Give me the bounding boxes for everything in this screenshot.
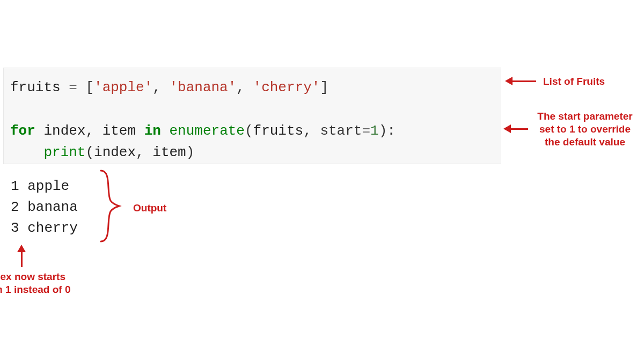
token-func: enumerate (170, 123, 245, 139)
token-paren: ) (186, 144, 195, 160)
token-var: index (43, 123, 85, 139)
annotation-start-label: The start parameter set to 1 to override… (531, 110, 639, 148)
token-comma: , (236, 79, 245, 95)
program-output: 1 apple 2 banana 3 cherry (11, 176, 78, 239)
token-paren: ( (85, 144, 94, 160)
token-var: item (103, 123, 136, 139)
arrow-line (511, 128, 528, 130)
token-comma: , (152, 79, 161, 95)
output-line: 2 banana (11, 197, 78, 218)
token-kwarg: start (320, 123, 362, 139)
token-var: item (152, 144, 186, 160)
token-operator: = (69, 79, 77, 95)
token-comma: , (85, 123, 94, 139)
token-var: fruits (10, 79, 61, 95)
token-string: 'apple' (94, 79, 152, 95)
token-string: 'banana' (170, 79, 237, 95)
code-line-blank (10, 98, 494, 120)
annotation-index-label: Index now starts from 1 instead of 0 (0, 270, 71, 296)
code-line-1: fruits = ['apple', 'banana', 'cherry'] (10, 77, 494, 98)
token-keyword: in (144, 123, 161, 139)
token-comma: , (136, 144, 144, 160)
arrow-left-icon (503, 124, 511, 133)
token-paren: ( (245, 123, 253, 139)
brace-icon (98, 168, 125, 244)
python-code-block: fruits = ['apple', 'banana', 'cherry'] f… (3, 68, 501, 164)
output-line: 3 cherry (11, 218, 78, 239)
token-operator: = (362, 123, 370, 139)
token-comma: , (303, 123, 312, 139)
token-var: index (94, 144, 136, 160)
code-line-3: print(index, item) (10, 142, 494, 163)
annotation-list-label: List of Fruits (543, 75, 605, 88)
arrow-line (21, 251, 23, 267)
token-func: print (43, 144, 85, 160)
token-paren: ) (379, 123, 387, 139)
code-line-2: for index, item in enumerate(fruits, sta… (10, 120, 494, 142)
annotation-output-label: Output (133, 202, 166, 215)
token-colon: : (387, 123, 396, 139)
output-line: 1 apple (11, 176, 78, 197)
token-keyword: for (10, 123, 35, 139)
token-number: 1 (370, 123, 379, 139)
token-string: 'cherry' (253, 79, 320, 95)
token-bracket: ] (320, 79, 328, 95)
token-var: fruits (253, 123, 304, 139)
arrow-line (513, 80, 536, 82)
token-bracket: [ (85, 79, 94, 95)
arrow-left-icon (505, 77, 513, 85)
